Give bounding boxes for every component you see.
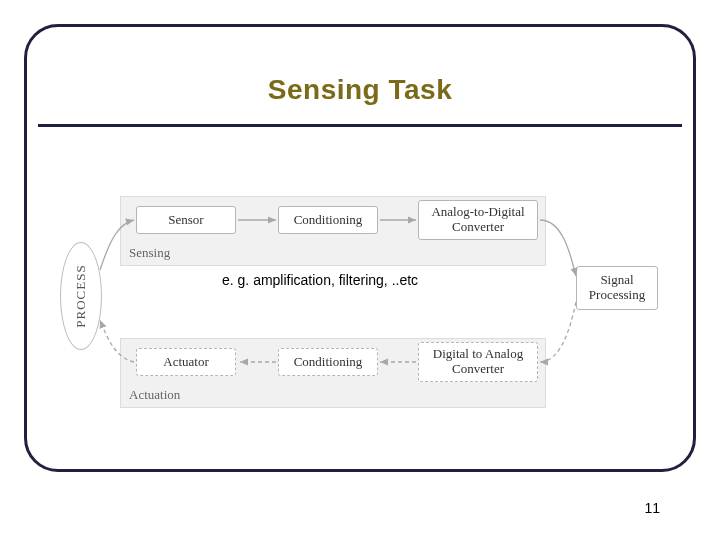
- actuation-group-label: Actuation: [129, 387, 180, 403]
- sensing-group-label: Sensing: [129, 245, 170, 261]
- sensor-block: Sensor: [136, 206, 236, 234]
- actuator-block: Actuator: [136, 348, 236, 376]
- slide-title: Sensing Task: [0, 74, 720, 106]
- dac-block: Digital to Analog Converter: [418, 342, 538, 382]
- conditioning-actuation-block: Conditioning: [278, 348, 378, 376]
- signal-processing-block: Signal Processing: [576, 266, 658, 310]
- process-ellipse: PROCESS: [60, 242, 102, 350]
- adc-block: Analog-to-Digital Converter: [418, 200, 538, 240]
- annotation-text: e. g. amplification, filtering, ..etc: [222, 272, 418, 288]
- process-label: PROCESS: [73, 264, 89, 327]
- title-underline: [38, 124, 682, 127]
- conditioning-sensing-block: Conditioning: [278, 206, 378, 234]
- slide: Sensing Task Sensing Actuation PROCESS S…: [0, 0, 720, 540]
- page-number: 11: [644, 500, 660, 516]
- diagram: Sensing Actuation PROCESS Sensor Conditi…: [60, 190, 660, 420]
